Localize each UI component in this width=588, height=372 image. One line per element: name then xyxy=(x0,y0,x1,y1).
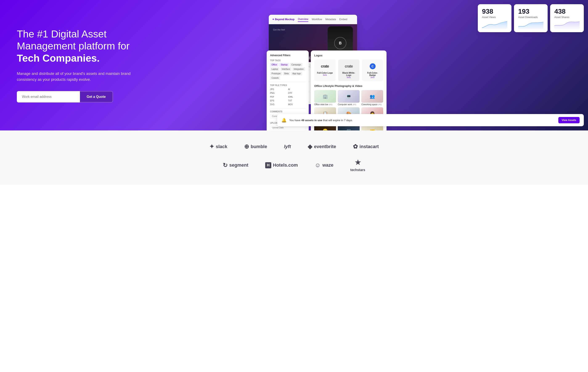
photo-type-coworking: JPG xyxy=(378,104,382,106)
dam-tab-workflow[interactable]: Workflow xyxy=(312,17,322,22)
filter-type-pdf[interactable]: PDF xyxy=(270,95,287,98)
filter-type-svg[interactable]: SVG xyxy=(270,103,287,106)
partner-segment: ↻ segment xyxy=(223,162,248,169)
dam-tab-metadata[interactable]: Metadata xyxy=(325,17,336,22)
logo-item-badge: C Full-Color-Badge SVG xyxy=(362,60,383,81)
slack-icon: ✦ xyxy=(209,143,214,150)
photo-thumb-office: 🏢 xyxy=(314,90,336,103)
photo-thumb-computer: 💻 xyxy=(338,90,360,103)
hotels-label: Hotels.com xyxy=(273,162,298,168)
filter-tag-integration[interactable]: Integration xyxy=(292,67,305,71)
lyft-label: lyft xyxy=(284,144,291,149)
techstars-label: techstars xyxy=(350,168,365,172)
filter-type-jpg[interactable]: JPG xyxy=(270,88,287,91)
dam-tab-embed[interactable]: Embed xyxy=(339,17,347,22)
instacart-icon: ✿ xyxy=(353,143,358,150)
partner-slack: ✦ slack xyxy=(209,143,227,150)
logo-type-full: SVG xyxy=(323,74,327,76)
filter-type-png[interactable]: PNG xyxy=(270,92,287,95)
hero-section: The #1 Digital Asset Management platform… xyxy=(0,0,588,130)
segment-label: segment xyxy=(229,162,248,168)
hero-form: Get a Quote xyxy=(17,91,135,103)
dam-tabs: ✦ Beyond Mockup Overview Workflow Metada… xyxy=(269,15,357,24)
filter-tag-beta[interactable]: Beta xyxy=(283,72,290,75)
hotels-icon: H xyxy=(265,162,271,168)
notification-icon: 🔔 xyxy=(281,118,287,123)
dam-tab-overview[interactable]: Overview xyxy=(298,17,308,22)
comments-label: Comments xyxy=(270,110,305,113)
filter-divider-2 xyxy=(270,108,305,108)
logo-item-bw: crate Black-White-Logo SVG xyxy=(338,60,359,81)
filter-type-ai[interactable]: AI xyxy=(288,88,305,91)
hero-title-bold: Tech Companies. xyxy=(17,53,100,64)
dam-logo: ✦ Beyond Mockup xyxy=(272,18,294,21)
logo-full-text: crate xyxy=(321,64,329,69)
logo-name-badge: Full-Color-Badge xyxy=(365,72,381,76)
logo-meta-badge: Full-Color-Badge SVG xyxy=(365,72,381,78)
partner-eventbrite: ◆ eventbrite xyxy=(308,143,336,150)
photo-type-office: JPG xyxy=(329,104,333,106)
filter-type-idml[interactable]: IDML xyxy=(288,95,305,98)
partners-row-2: ↻ segment H Hotels.com ☺ waze ★ techstar… xyxy=(17,159,571,172)
partner-hotels: H Hotels.com xyxy=(265,162,298,168)
logo-box-badge: C xyxy=(365,62,381,71)
filter-tag-interface[interactable]: Interface xyxy=(280,67,292,71)
filter-tag-prototype[interactable]: Prototype xyxy=(270,72,282,75)
filter-type-txt[interactable]: TXT xyxy=(288,99,305,102)
filter-tag-campaign[interactable]: Campaign xyxy=(290,63,302,66)
logo-meta-bw: Black-White-Logo SVG xyxy=(341,72,357,78)
photo-name-computer: Computer work xyxy=(338,103,352,106)
partner-bumble: ⊕ bumble xyxy=(244,143,267,150)
hero-title-text: The #1 Digital Asset Management platform… xyxy=(17,28,130,52)
filter-type-otf[interactable]: OTF xyxy=(288,92,305,95)
eventbrite-icon: ◆ xyxy=(308,143,312,150)
stats-cards: 938 Asset Views xyxy=(478,4,584,32)
photos-section-title: Office Lifestyle Photography & Video xyxy=(314,84,383,87)
view-assets-button[interactable]: View Assets xyxy=(558,117,580,123)
partner-lyft: lyft xyxy=(284,144,291,149)
partner-techstars: ★ techstars xyxy=(350,159,365,172)
photo-name-coworking: Coworking space xyxy=(361,103,378,106)
filter-tag-laptop[interactable]: Laptop xyxy=(270,67,280,71)
svg-text:B: B xyxy=(339,41,342,45)
filter-tag-startup[interactable]: Startup xyxy=(279,63,289,66)
stat-card-downloads: 193 Asset Downloads xyxy=(514,4,548,32)
filter-divider-1 xyxy=(270,82,305,82)
partners-row-1: ✦ slack ⊕ bumble lyft ◆ eventbrite ✿ ins… xyxy=(17,143,571,150)
notification-bar: 🔔 You have 49 assets in use that will ex… xyxy=(277,114,584,126)
notification-text: You have 49 assets in use that will expi… xyxy=(289,119,556,122)
filter-file-types: JPG AI PNG OTF PDF IDML EPS TXT SVG MOV xyxy=(270,88,305,106)
filter-tag-cowork[interactable]: Cowork xyxy=(270,76,280,80)
photo-thumb-coworking: 👥 xyxy=(361,90,383,103)
stat-label-shares: Asset Shares xyxy=(554,16,580,19)
top-file-types-label: Top File Types xyxy=(270,84,305,86)
filter-tag-office[interactable]: Office xyxy=(270,63,278,66)
waze-label: waze xyxy=(322,162,334,168)
stat-chart-shares xyxy=(554,21,580,29)
instacart-label: instacart xyxy=(359,144,379,149)
filter-type-mov[interactable]: MOV xyxy=(288,103,305,106)
logo-name-bw: Black-White-Logo xyxy=(341,72,357,76)
partner-waze: ☺ waze xyxy=(315,162,333,169)
stat-number-downloads: 193 xyxy=(518,8,543,15)
slack-label: slack xyxy=(216,144,227,149)
hero-subtitle: Manage and distribute all of your brand'… xyxy=(17,71,135,83)
techstars-icon: ★ xyxy=(355,159,361,166)
photo-item-office: 🏢 Office view low JPG xyxy=(314,90,336,106)
segment-icon: ↻ xyxy=(223,162,228,169)
filter-type-eps[interactable]: EPS xyxy=(270,99,287,102)
logo-box-full: crate xyxy=(317,62,333,71)
filter-tag-applogo[interactable]: App logo xyxy=(291,72,302,75)
logo-box-bw: crate xyxy=(341,62,357,71)
dam-image-label: Get the feel xyxy=(273,28,285,31)
photo-name-office: Office view low xyxy=(314,103,328,106)
photo-meta-office: Office view low JPG xyxy=(314,103,336,106)
notif-text-after: that will expire in 7 days. xyxy=(322,119,353,122)
top-tags-label: Top Tags xyxy=(270,59,305,62)
get-quote-button[interactable]: Get a Quote xyxy=(80,91,113,103)
hero-title: The #1 Digital Asset Management platform… xyxy=(17,28,135,64)
logo-name-full: Full-Color-Logo xyxy=(317,72,333,74)
email-input[interactable] xyxy=(17,91,80,103)
logo-item-full: crate Full-Color-Logo SVG xyxy=(314,60,336,81)
waze-icon: ☺ xyxy=(315,162,321,169)
